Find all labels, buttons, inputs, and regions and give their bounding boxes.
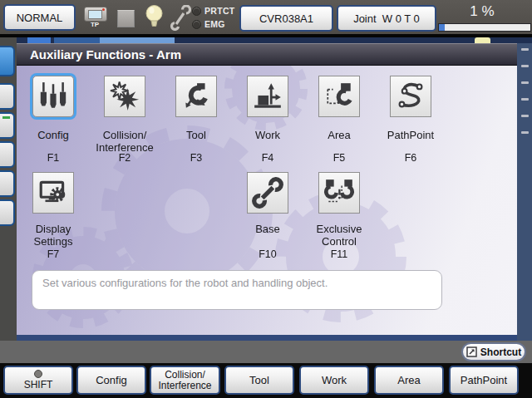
tp-indicator: TP [82,7,107,30]
shortcut-strip [0,341,532,363]
fkey-label: F1 [17,152,90,164]
function-tile-config[interactable] [32,76,74,117]
fkey-button-tool[interactable]: Tool [224,366,294,395]
side-button-1[interactable] [0,46,15,76]
function-tile-exclusive-control[interactable] [318,172,360,214]
dialog-title: Auxiliary Functions - Arm [17,43,517,66]
shortcut-button[interactable]: Shortcut [461,342,526,361]
side-button-4[interactable] [0,141,15,168]
fkey-label: F6 [374,152,447,164]
pathpoint-icon [395,81,426,112]
fkey-label: F7 [17,248,90,260]
work-icon [252,81,283,112]
fkey-button-work[interactable]: Work [299,366,369,395]
fkey-button-collision[interactable]: Collision/ Interference [150,366,220,395]
tp-icon [84,7,107,22]
prtct-lamp-icon [192,7,201,16]
function-tile-pathpoint[interactable] [390,76,431,117]
fkey-label: F3 [160,152,233,164]
collision-icon [109,81,140,112]
shortcut-icon [466,346,477,357]
exclusive-control-icon [323,177,355,209]
program-button[interactable]: CVR038A1 [239,5,333,32]
speed-value: 1 % [449,3,515,20]
fkey-label: F11 [303,248,376,260]
side-button-6[interactable] [0,199,15,226]
fkey-label: F4 [231,152,304,164]
function-tile-base[interactable] [247,172,288,214]
wrench-status-icon [169,5,191,31]
lamp-icon [145,4,164,30]
emg-lamp-icon [192,20,201,29]
dialog-bottom-border [17,335,517,341]
function-tile-work[interactable] [247,76,288,117]
display-settings-icon [37,177,69,209]
fkey-button-config[interactable]: Config [76,366,146,395]
side-button-2[interactable] [0,83,15,110]
function-tile-area[interactable] [318,76,360,117]
bottom-function-bar: SHIFT Config Collision/ Interference Too… [0,363,532,398]
tp-label: TP [82,21,107,28]
fkey-label: F2 [88,152,161,164]
right-side-panel [517,43,532,341]
speed-progress-bar [438,23,531,32]
fkey-label: F10 [231,248,304,260]
function-tile-collision[interactable] [104,76,145,117]
function-tile-tool[interactable] [175,76,217,117]
config-icon [37,81,69,112]
prtct-indicator: PRTCT [192,6,235,16]
shift-lamp-icon [34,370,42,378]
shift-button[interactable]: SHIFT [3,366,73,395]
teach-pendant-screen: NORMAL TP PRTCT EMG CVR038A1 Joint W 0 T… [0,0,532,398]
auxiliary-functions-dialog: Config Collision/Interference Tool Work … [17,66,517,335]
fkey-button-pathpoint[interactable]: PathPoint [449,366,519,395]
function-tile-display-settings[interactable] [32,172,74,214]
coordinate-mode-button[interactable]: Joint W 0 T 0 [337,5,436,32]
side-button-3[interactable] [0,112,15,139]
side-button-5[interactable] [0,170,15,197]
base-icon [252,177,283,209]
fkey-label: F5 [303,152,376,164]
mode-button[interactable]: NORMAL [3,4,76,31]
emg-indicator: EMG [192,19,225,29]
fkey-button-area[interactable]: Area [374,366,444,395]
area-icon [323,81,355,112]
description-box: Set various configurations for the robot… [32,270,442,310]
tool-icon [180,81,212,112]
status-square-icon [117,10,135,27]
